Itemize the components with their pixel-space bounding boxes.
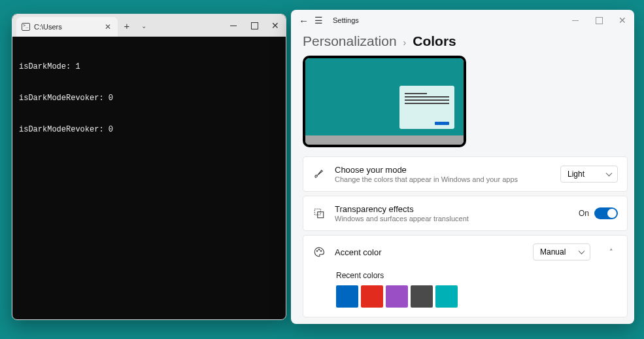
svg-point-4 <box>320 251 322 252</box>
terminal-line: isDarkMode: 1 <box>19 62 279 72</box>
preview-taskbar <box>305 135 464 145</box>
back-button[interactable]: ← <box>299 15 311 26</box>
mode-value: Light <box>568 170 585 179</box>
chevron-up-icon[interactable]: ˄ <box>605 245 618 259</box>
recent-colors-title: Recent colors <box>336 271 618 280</box>
terminal-line: isDarkModeRevoker: 0 <box>19 124 279 135</box>
mode-card: Choose your mode Change the colors that … <box>303 156 628 192</box>
svg-point-2 <box>316 251 318 252</box>
color-swatch[interactable] <box>361 285 383 308</box>
maximize-button[interactable] <box>587 10 611 31</box>
breadcrumb: Personalization › Colors <box>291 31 634 56</box>
hamburger-menu-icon[interactable]: ☰ <box>314 15 329 26</box>
transparency-card: Transparency effects Windows and surface… <box>303 196 628 231</box>
settings-titlebar: ← ☰ Settings ✕ <box>291 10 634 31</box>
maximize-button[interactable] <box>244 14 265 37</box>
terminal-line: isDarkModeRevoker: 0 <box>19 93 279 103</box>
transparency-toggle[interactable] <box>594 207 618 219</box>
minimize-button[interactable] <box>223 14 244 37</box>
minimize-button[interactable] <box>564 10 587 31</box>
color-swatch[interactable] <box>411 285 433 308</box>
transparency-icon <box>313 207 326 220</box>
brush-icon <box>313 168 326 181</box>
recent-colors-section: Recent colors <box>303 268 627 317</box>
mode-select[interactable]: Light <box>560 166 618 183</box>
color-swatch[interactable] <box>435 285 458 308</box>
transparency-state: On <box>579 209 589 218</box>
accent-value: Manual <box>540 247 566 257</box>
recent-color-swatches <box>336 285 618 308</box>
terminal-window: C:\Users ✕ + ⌄ ✕ isDarkMode: 1 isDarkMod… <box>12 14 286 320</box>
terminal-titlebar: C:\Users ✕ + ⌄ ✕ <box>12 14 286 37</box>
settings-window: ← ☰ Settings ✕ Personalization › Colors <box>291 10 634 324</box>
terminal-tab-title: C:\Users <box>34 23 62 31</box>
terminal-window-controls: ✕ <box>223 14 286 37</box>
settings-content: Choose your mode Change the colors that … <box>291 56 634 324</box>
palette-icon <box>313 245 326 259</box>
transparency-title: Transparency effects <box>335 204 569 214</box>
accent-select[interactable]: Manual <box>533 243 590 260</box>
mode-title: Choose your mode <box>335 165 551 175</box>
close-button[interactable]: ✕ <box>265 14 286 37</box>
tab-close-icon[interactable]: ✕ <box>105 22 111 31</box>
settings-window-controls: ✕ <box>564 10 634 31</box>
color-swatch[interactable] <box>336 285 358 308</box>
terminal-icon <box>22 23 30 31</box>
accent-title: Accent color <box>335 247 524 257</box>
breadcrumb-current: Colors <box>413 33 456 49</box>
mode-subtitle: Change the colors that appear in Windows… <box>335 175 551 183</box>
color-swatch[interactable] <box>386 285 408 308</box>
tab-dropdown-button[interactable]: ⌄ <box>136 14 152 37</box>
breadcrumb-parent[interactable]: Personalization <box>303 33 397 49</box>
close-button[interactable]: ✕ <box>611 10 634 31</box>
preview-app-window <box>399 86 454 129</box>
accent-card: Accent color Manual ˄ Recent colors <box>303 235 628 317</box>
transparency-subtitle: Windows and surfaces appear translucent <box>335 215 569 223</box>
theme-preview <box>303 56 466 147</box>
chevron-right-icon: › <box>403 37 407 48</box>
terminal-output: isDarkMode: 1 isDarkModeRevoker: 0 isDar… <box>12 37 286 160</box>
svg-point-3 <box>318 249 320 251</box>
terminal-tab[interactable]: C:\Users ✕ <box>16 17 118 37</box>
new-tab-button[interactable]: + <box>118 14 136 37</box>
app-title: Settings <box>333 16 359 24</box>
